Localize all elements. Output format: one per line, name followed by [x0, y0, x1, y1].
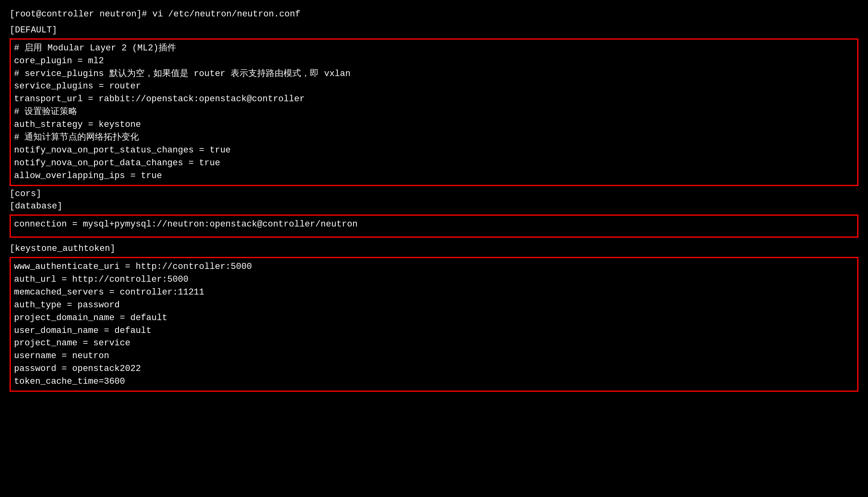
keystone-line-5: user_domain_name = default	[14, 325, 854, 337]
default-line-0: # 启用 Modular Layer 2 (ML2)插件	[14, 42, 854, 55]
database-section-header: [database]	[10, 200, 858, 213]
default-section-header: [DEFAULT]	[10, 24, 858, 37]
keystone-line-4: project_domain_name = default	[14, 312, 854, 325]
default-line-10: allow_overlapping_ips = true	[14, 170, 854, 182]
default-line-7: # 通知计算节点的网络拓扑变化	[14, 131, 854, 144]
keystone-line-6: project_name = service	[14, 337, 854, 350]
cors-section-header: [cors]	[10, 188, 858, 200]
keystone-line-1: auth_url = http://controller:5000	[14, 273, 854, 286]
keystone-config-box: www_authenticate_uri = http://controller…	[10, 257, 858, 392]
keystone-line-3: auth_type = password	[14, 299, 854, 312]
database-config-box: connection = mysql+pymysql://neutron:ope…	[10, 214, 858, 238]
default-line-4: transport_url = rabbit://openstack:opens…	[14, 93, 854, 106]
default-config-box: # 启用 Modular Layer 2 (ML2)插件 core_plugin…	[10, 38, 858, 186]
default-line-6: auth_strategy = keystone	[14, 118, 854, 131]
default-line-8: notify_nova_on_port_status_changes = tru…	[14, 144, 854, 157]
default-line-2: # service_plugins 默认为空，如果值是 router 表示支持路…	[14, 68, 854, 80]
default-line-5: # 设置验证策略	[14, 106, 854, 118]
keystone-line-0: www_authenticate_uri = http://controller…	[14, 261, 854, 273]
keystone-section-header: [keystone_authtoken]	[10, 242, 858, 255]
default-line-3: service_plugins = router	[14, 80, 854, 93]
database-line-0: connection = mysql+pymysql://neutron:ope…	[14, 218, 854, 231]
keystone-line-8: password = openstack2022	[14, 363, 854, 375]
default-line-1: core_plugin = ml2	[14, 55, 854, 68]
keystone-line-9: token_cache_time=3600	[14, 375, 854, 388]
prompt-line: [root@controller neutron]# vi /etc/neutr…	[10, 8, 858, 21]
terminal-content: [root@controller neutron]# vi /etc/neutr…	[10, 8, 858, 392]
keystone-line-2: memcached_servers = controller:11211	[14, 286, 854, 299]
keystone-line-7: username = neutron	[14, 350, 854, 363]
default-line-9: notify_nova_on_port_data_changes = true	[14, 157, 854, 170]
